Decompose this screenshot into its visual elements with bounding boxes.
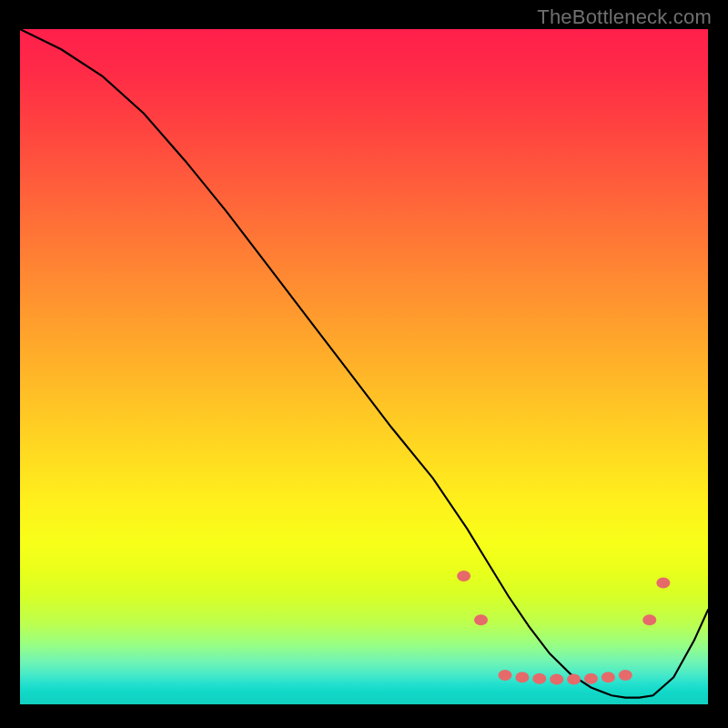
highlight-dot <box>656 577 670 588</box>
highlight-dot <box>550 674 563 685</box>
highlight-dot <box>498 670 511 681</box>
chart-frame <box>9 25 719 717</box>
highlight-dot <box>584 673 598 684</box>
highlight-dot <box>515 672 529 682</box>
bottleneck-curve-line <box>20 29 708 698</box>
highlight-dot <box>602 672 615 682</box>
watermark-text: TheBottleneck.com <box>537 5 712 29</box>
highlight-dot <box>567 674 581 685</box>
highlight-dot <box>642 614 656 625</box>
chart-plot-area <box>20 29 708 704</box>
highlight-dot <box>532 673 546 684</box>
highlight-dot <box>474 614 488 625</box>
chart-svg <box>20 29 708 704</box>
highlight-dot <box>457 571 470 581</box>
highlight-dot <box>619 670 632 681</box>
